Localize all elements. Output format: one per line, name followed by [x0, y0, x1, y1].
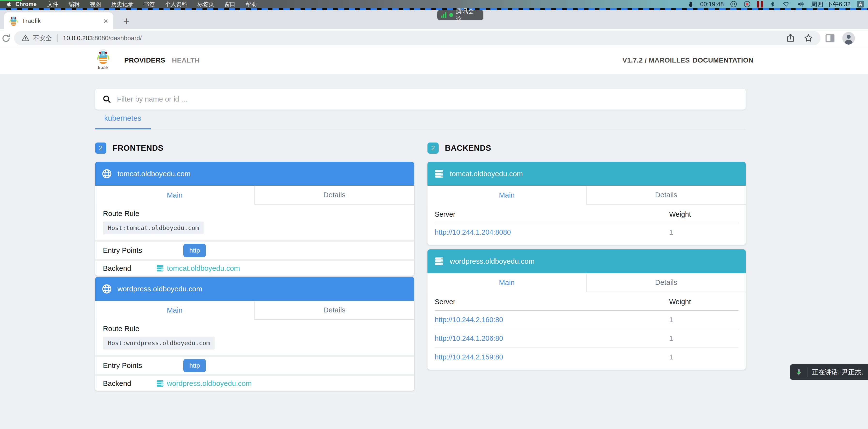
screenshare-dashed-border: [0, 8, 868, 10]
macos-menubar: Chrome 文件 编辑 视图 历史记录 书签 个人资料 标签页 窗口 帮助 0…: [0, 0, 868, 8]
backends-section-header: 2 BACKENDS: [428, 143, 491, 154]
sidebar-toggle-icon[interactable]: [825, 33, 836, 44]
new-tab-button[interactable]: +: [120, 15, 133, 27]
menu-profiles[interactable]: 个人资料: [165, 0, 187, 8]
nav-providers[interactable]: PROVIDERS: [124, 56, 165, 64]
menubar-status-icon[interactable]: [688, 1, 694, 7]
col-weight: Weight: [669, 210, 738, 218]
browser-tab-traefik[interactable]: Traefik ×: [4, 12, 113, 29]
speaking-toast-label: 正在讲话: 尹正杰;: [812, 368, 863, 376]
backend-label: Backend: [103, 264, 156, 273]
nav-health[interactable]: HEALTH: [172, 56, 199, 64]
traefik-gopher-icon: [97, 49, 109, 65]
share-icon[interactable]: [786, 33, 795, 43]
tab-main[interactable]: Main: [95, 301, 255, 320]
frontends-section-header: 2 FRONTENDS: [95, 143, 163, 154]
not-secure-warning-icon[interactable]: [21, 34, 30, 42]
recording-paused-icon: [757, 1, 763, 7]
apple-logo-icon[interactable]: [6, 1, 12, 7]
browser-toolbar: 不安全 10.0.0.203 :8080/dashboard/: [0, 29, 868, 47]
server-url-link[interactable]: http://10.244.2.160:80: [435, 316, 669, 324]
version-label: V1.7.2 / MAROILLES: [622, 56, 690, 64]
backends-title: BACKENDS: [445, 143, 491, 153]
route-rule-row: Route Rule Host:wordpress.oldboyedu.com: [95, 320, 414, 355]
tab-title: Traefik: [22, 17, 99, 25]
globe-icon: [101, 284, 112, 294]
backend-link-text: tomcat.oldboyedu.com: [167, 264, 240, 273]
card-tabs: Main Details: [95, 301, 414, 320]
server-stack-icon: [156, 379, 164, 388]
bookmark-star-icon[interactable]: [804, 33, 813, 43]
volume-icon[interactable]: [797, 0, 805, 8]
menubar-time[interactable]: 下午6:32: [827, 0, 850, 8]
tab-main[interactable]: Main: [95, 185, 255, 205]
nav-documentation[interactable]: DOCUMENTATION: [693, 56, 753, 64]
col-weight: Weight: [669, 298, 738, 306]
card-tabs: Main Details: [95, 185, 414, 205]
server-url-link[interactable]: http://10.244.2.159:80: [435, 353, 669, 361]
server-stack-icon: [434, 256, 444, 267]
servers-table: Server Weight http://10.244.1.204:8080 1: [428, 205, 746, 245]
tab-details[interactable]: Details: [587, 273, 746, 292]
security-label[interactable]: 不安全: [33, 34, 52, 42]
backend-title: tomcat.oldboyedu.com: [450, 170, 523, 178]
meeting-pill-label: 腾讯会议: [456, 7, 479, 23]
menubar-date[interactable]: 周四: [811, 0, 823, 8]
entry-point-badge: http: [183, 359, 206, 372]
tab-close-icon[interactable]: ×: [103, 17, 108, 25]
menu-help[interactable]: 帮助: [246, 0, 257, 8]
wifi-icon[interactable]: [782, 0, 790, 8]
address-bar[interactable]: 不安全 10.0.0.203 :8080/dashboard/: [14, 31, 820, 45]
menu-view[interactable]: 视图: [90, 0, 101, 8]
route-rule-value: Host:wordpress.oldboyedu.com: [103, 337, 215, 349]
microphone-icon: [795, 367, 803, 377]
traefik-header: træfik PROVIDERS HEALTH V1.7.2 / MAROILL…: [0, 47, 868, 74]
profile-avatar[interactable]: [842, 32, 855, 45]
url-host[interactable]: 10.0.0.203: [63, 34, 93, 42]
meeting-status-dot-icon: [449, 13, 453, 17]
toast-divider: [807, 367, 807, 377]
traefik-logo[interactable]: træfik: [96, 49, 110, 70]
menu-edit[interactable]: 编辑: [68, 0, 80, 8]
entry-points-row: Entry Points http: [95, 355, 414, 374]
server-weight: 1: [669, 228, 738, 236]
stop-recording-icon[interactable]: [744, 0, 751, 8]
traefik-logo-text: træfik: [96, 65, 110, 70]
bluetooth-icon[interactable]: [769, 0, 776, 8]
frontend-card-tomcat: tomcat.oldboyedu.com Main Details Route …: [95, 162, 414, 276]
tencent-meeting-pill[interactable]: 腾讯会议: [437, 10, 484, 20]
server-url-link[interactable]: http://10.244.1.206:80: [435, 335, 669, 342]
tab-kubernetes[interactable]: kubernetes: [104, 114, 141, 123]
servers-table-header: Server Weight: [435, 292, 738, 310]
menu-history[interactable]: 历史记录: [111, 0, 133, 8]
reload-icon[interactable]: [1, 33, 11, 44]
input-method-badge[interactable]: A: [857, 1, 864, 7]
server-url-link[interactable]: http://10.244.1.204:8080: [435, 228, 669, 236]
server-stack-icon: [156, 264, 164, 273]
menubar-app-name[interactable]: Chrome: [16, 1, 37, 7]
backends-count-badge: 2: [428, 143, 439, 154]
backend-card-header: tomcat.oldboyedu.com: [428, 162, 746, 185]
backend-link[interactable]: tomcat.oldboyedu.com: [156, 264, 240, 273]
servers-table-header: Server Weight: [435, 205, 738, 223]
backend-row: Backend tomcat.oldboyedu.com: [95, 259, 414, 276]
route-rule-label: Route Rule: [103, 209, 406, 218]
tab-main[interactable]: Main: [428, 273, 587, 292]
menu-window[interactable]: 窗口: [224, 0, 236, 8]
frontends-count-badge: 2: [95, 143, 106, 154]
entry-points-label: Entry Points: [103, 246, 183, 255]
menu-file[interactable]: 文件: [47, 0, 58, 8]
meeting-timer: 00:19:48: [700, 1, 724, 8]
frontend-card-header: wordpress.oldboyedu.com: [95, 277, 414, 301]
menu-bookmarks[interactable]: 书签: [144, 0, 155, 8]
tab-details[interactable]: Details: [255, 185, 414, 204]
tab-main[interactable]: Main: [428, 185, 587, 205]
pause-recording-icon[interactable]: [730, 0, 737, 8]
backend-card-header: wordpress.oldboyedu.com: [428, 249, 746, 273]
tab-details[interactable]: Details: [587, 185, 746, 204]
backend-link[interactable]: wordpress.oldboyedu.com: [156, 379, 252, 388]
tab-details[interactable]: Details: [255, 301, 414, 319]
filter-input[interactable]: [117, 95, 738, 103]
url-path[interactable]: :8080/dashboard/: [93, 34, 142, 42]
menu-tabs[interactable]: 标签页: [197, 0, 214, 8]
